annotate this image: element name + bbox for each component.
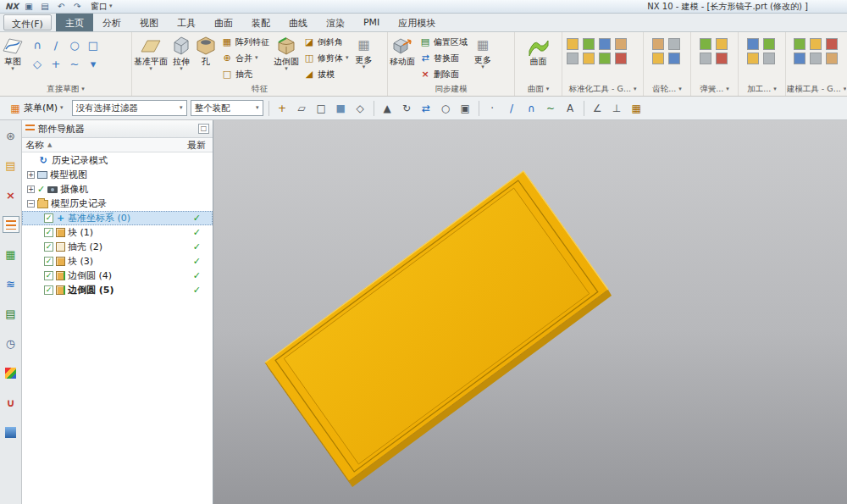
polygon-icon[interactable]: ◇ bbox=[29, 56, 46, 73]
feature-checkbox[interactable]: ✓ bbox=[44, 213, 53, 223]
unite-button[interactable]: ⊕ 合并 ▾ bbox=[219, 50, 272, 66]
delete-face-button[interactable]: × 删除面 bbox=[417, 66, 470, 82]
hole-button[interactable]: 孔 bbox=[194, 34, 218, 67]
standard-tool-icon[interactable] bbox=[567, 38, 579, 50]
modeling-tool-icon[interactable] bbox=[826, 53, 838, 64]
gear-tool-icon[interactable] bbox=[668, 38, 680, 50]
replace-face-button[interactable]: ⇄ 替换面 bbox=[417, 50, 470, 66]
rotate-view-icon[interactable]: ↻ bbox=[399, 100, 415, 116]
feature-checkbox[interactable]: ✓ bbox=[44, 242, 53, 252]
shaded-mode-icon[interactable]: ■ bbox=[333, 100, 349, 116]
standard-tool-icon[interactable] bbox=[583, 53, 595, 64]
sketch-more-icon[interactable]: ▾ bbox=[85, 56, 102, 73]
constraint-navigator-icon[interactable]: × bbox=[3, 186, 19, 203]
point-tool-icon[interactable]: · bbox=[484, 100, 501, 116]
datum-plane-tool-icon[interactable]: ▱ bbox=[294, 100, 310, 116]
tab-file[interactable]: 文件(F) bbox=[3, 14, 52, 30]
save-icon[interactable]: ▣ bbox=[23, 1, 35, 12]
tree-row-model-history[interactable]: − 模型历史记录 bbox=[22, 197, 213, 211]
tree-row-history-mode[interactable]: ↻ 历史记录模式 bbox=[22, 153, 213, 168]
arc-tool-icon[interactable]: ∩ bbox=[523, 100, 540, 116]
modeling-tool-icon[interactable] bbox=[826, 38, 838, 50]
wireframe-mode-icon[interactable]: ◇ bbox=[352, 100, 368, 116]
sync-more-button[interactable]: ▦ 更多 ▾ bbox=[471, 34, 495, 71]
graphics-viewport[interactable] bbox=[213, 120, 847, 504]
dialog-launcher-icon[interactable]: ▾ bbox=[546, 86, 550, 92]
feature-checkbox[interactable]: ✓ bbox=[44, 271, 53, 280]
extrude-button[interactable]: 拉伸 ▾ bbox=[169, 34, 193, 73]
tab-pmi[interactable]: PMI bbox=[354, 14, 389, 31]
spring-tool-icon[interactable] bbox=[716, 38, 728, 50]
standard-tool-icon[interactable] bbox=[567, 53, 579, 64]
redo-icon[interactable]: ↷ bbox=[71, 1, 83, 12]
tree-row-shell-2[interactable]: ✓ 抽壳 (2) ✓ bbox=[22, 240, 213, 254]
shell-button[interactable]: □ 抽壳 bbox=[219, 66, 272, 82]
spring-tool-icon[interactable] bbox=[700, 53, 711, 64]
dialog-launcher-icon[interactable]: ▾ bbox=[81, 86, 85, 92]
line-tool-icon[interactable]: / bbox=[504, 100, 520, 116]
fit-view-icon[interactable]: ▣ bbox=[457, 100, 473, 116]
surface-button[interactable]: 曲面 bbox=[527, 34, 551, 67]
draft-button[interactable]: ◢ 拔模 bbox=[301, 66, 352, 82]
edge-blend-button[interactable]: 边倒圆 ▾ bbox=[273, 34, 300, 73]
tab-analysis[interactable]: 分析 bbox=[93, 14, 130, 31]
history-palette-icon[interactable]: ◷ bbox=[3, 335, 19, 352]
point-icon[interactable]: + bbox=[47, 56, 64, 73]
window-menu-button[interactable]: 窗口 ▾ bbox=[87, 1, 116, 13]
work-csys-icon[interactable]: + bbox=[274, 100, 291, 116]
selection-scope-combo[interactable]: 整个装配 ▾ bbox=[191, 100, 263, 116]
tree-row-datum-csys[interactable]: ✓ + 基准坐标系 (0) ✓ bbox=[22, 211, 213, 225]
standard-tool-icon[interactable] bbox=[583, 38, 595, 50]
chevron-down-icon[interactable]: ▾ bbox=[844, 86, 846, 92]
feature-checkbox[interactable]: ✓ bbox=[44, 228, 53, 237]
settings-icon[interactable]: ⊛ bbox=[3, 127, 19, 144]
standard-tool-icon[interactable] bbox=[615, 53, 627, 64]
selection-rect-icon[interactable]: □ bbox=[313, 100, 329, 116]
reuse-library-icon[interactable]: ▦ bbox=[3, 246, 19, 263]
machining-tool-icon[interactable] bbox=[747, 38, 759, 50]
tree-row-block-3[interactable]: ✓ 块 (3) ✓ bbox=[22, 254, 213, 269]
perpendicular-snap-icon[interactable]: ⊥ bbox=[609, 100, 625, 116]
spring-tool-icon[interactable] bbox=[700, 38, 711, 50]
zoom-view-icon[interactable]: ○ bbox=[438, 100, 454, 116]
grid-snap-icon[interactable]: ▦ bbox=[628, 100, 645, 116]
standard-tool-icon[interactable] bbox=[599, 53, 611, 64]
tab-render[interactable]: 渲染 bbox=[317, 14, 354, 31]
feature-checkbox[interactable]: ✓ bbox=[44, 257, 53, 266]
offset-region-button[interactable]: ▤ 偏置区域 bbox=[417, 34, 470, 50]
modeling-tool-icon[interactable] bbox=[810, 38, 822, 50]
part-navigator-icon[interactable] bbox=[3, 216, 19, 233]
tree-row-cameras[interactable]: + ✓ 摄像机 bbox=[22, 182, 213, 197]
trim-body-button[interactable]: ◫ 修剪体 ▾ bbox=[301, 50, 352, 66]
menu-button[interactable]: ▦ 菜单(M) ▾ bbox=[4, 99, 69, 117]
spline-tool-icon[interactable]: ~ bbox=[543, 100, 559, 116]
modeling-tool-icon[interactable] bbox=[810, 53, 822, 64]
text-tool-icon[interactable]: A bbox=[562, 100, 579, 116]
feature-more-button[interactable]: ▦ 更多 ▾ bbox=[352, 34, 376, 71]
tab-app-module[interactable]: 应用模块 bbox=[389, 14, 445, 31]
collapse-icon[interactable]: − bbox=[27, 200, 35, 208]
gear-tool-icon[interactable] bbox=[652, 38, 664, 50]
chevron-down-icon[interactable]: ▾ bbox=[634, 86, 637, 92]
expand-icon[interactable]: + bbox=[27, 171, 35, 179]
chevron-down-icon[interactable]: ▾ bbox=[773, 86, 777, 92]
feature-checkbox[interactable]: ✓ bbox=[44, 285, 53, 295]
machining-tool-icon[interactable] bbox=[763, 38, 775, 50]
system-materials-icon[interactable]: ∪ bbox=[3, 394, 19, 411]
standard-tool-icon[interactable] bbox=[599, 38, 611, 50]
spline-icon[interactable]: ~ bbox=[66, 56, 83, 73]
circle-icon[interactable]: ○ bbox=[66, 37, 83, 54]
undock-panel-button[interactable]: □ bbox=[198, 124, 209, 134]
modeling-tool-icon[interactable] bbox=[794, 38, 805, 50]
spring-tool-icon[interactable] bbox=[716, 53, 728, 64]
roles-icon[interactable] bbox=[3, 364, 19, 381]
chevron-down-icon[interactable]: ▾ bbox=[726, 86, 729, 92]
chamfer-button[interactable]: ◪ 倒斜角 bbox=[301, 34, 352, 50]
angle-snap-icon[interactable]: ∠ bbox=[590, 100, 606, 116]
tab-tools[interactable]: 工具 bbox=[168, 14, 205, 31]
line-icon[interactable]: / bbox=[47, 37, 64, 54]
orient-view-icon[interactable]: ▲ bbox=[379, 100, 396, 116]
tab-surface[interactable]: 曲面 bbox=[205, 14, 242, 31]
chevron-down-icon[interactable]: ▾ bbox=[678, 86, 682, 92]
pattern-feature-button[interactable]: ▦ 阵列特征 bbox=[219, 34, 272, 50]
